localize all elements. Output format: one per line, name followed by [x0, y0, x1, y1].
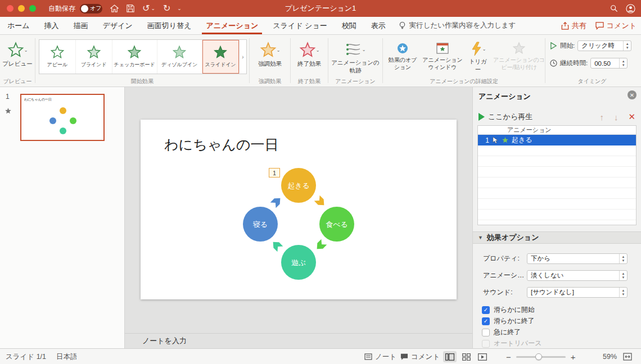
language-indicator[interactable]: 日本語 — [56, 352, 78, 362]
tab-insert[interactable]: 挿入 — [37, 17, 66, 34]
fit-to-window-button[interactable] — [623, 349, 632, 364]
start-dropdown[interactable]: クリック時 ▲▼ — [577, 40, 631, 51]
animation-list-empty-row — [478, 178, 636, 188]
tab-draw[interactable]: 描画 — [66, 17, 96, 34]
comment-icon — [595, 22, 604, 30]
undo-icon[interactable]: ↺ — [142, 4, 150, 13]
animation-list-item[interactable]: 1 起きる — [478, 135, 636, 145]
cycle-diagram[interactable]: 起きる 食べる 遊ぶ 寝る — [141, 120, 457, 299]
autosave-toggle[interactable]: オフ — [80, 4, 102, 13]
gallery-item-label: ディゾルブイン — [161, 61, 197, 69]
animation-item-star-icon — [502, 136, 509, 144]
tab-view[interactable]: 表示 — [364, 17, 393, 34]
gallery-item-fly-in[interactable]: スライドイン — [202, 40, 239, 74]
save-icon[interactable] — [127, 4, 134, 12]
exit-button[interactable]: ⌄ 終了効果 — [291, 42, 328, 68]
account-icon[interactable] — [626, 4, 635, 13]
shape-sleep-label: 寝る — [253, 220, 268, 229]
comments-toggle-button[interactable]: コメント — [400, 349, 440, 364]
animation-item-order: 1 — [478, 136, 493, 144]
gallery-item-blinds[interactable]: ブラインド — [76, 40, 112, 74]
motion-paths-button[interactable]: ⌄ アニメーションの軌跡 — [328, 42, 382, 75]
animation-list-empty-row — [478, 210, 636, 220]
zoom-out-icon[interactable]: − — [506, 352, 511, 362]
sound-value: [サウンドなし] — [527, 288, 619, 297]
thumbnail-title: わにちゃんの一日 — [24, 97, 52, 102]
auto-reverse-checkbox: オートリバース — [482, 339, 541, 348]
tab-slideshow[interactable]: スライド ショー — [265, 17, 334, 34]
gallery-scroll-right-icon[interactable]: › — [239, 40, 246, 74]
gallery-item-checkerboard[interactable]: チェッカーボード — [112, 40, 157, 74]
move-later-icon[interactable]: ↓ — [614, 112, 619, 122]
search-icon[interactable] — [610, 4, 618, 12]
cursor-icon — [493, 136, 499, 144]
exit-button-label: 終了効果 — [297, 60, 321, 68]
zoom-traffic-light[interactable] — [29, 5, 36, 12]
slide-counter: スライド 1/1 — [6, 352, 46, 362]
normal-view-button[interactable] — [443, 351, 457, 362]
preview-button[interactable]: ⌄ プレビュー — [0, 42, 35, 68]
sound-dropdown[interactable]: [サウンドなし] ▲▼ — [527, 287, 628, 298]
slideshow-view-button[interactable] — [476, 351, 489, 362]
tab-review[interactable]: 校閲 — [335, 17, 364, 34]
close-pane-icon[interactable]: ✕ — [628, 90, 637, 99]
tell-me-search[interactable]: 実行したい作業内容を入力します — [399, 17, 516, 34]
trigger-chevron-icon: ⌄ — [482, 47, 486, 52]
share-button[interactable]: 共有 — [561, 21, 586, 31]
undo-chevron-icon[interactable]: ⌄ — [151, 6, 155, 11]
tab-home[interactable]: ホーム — [0, 17, 37, 34]
group-label-animation: アニメーション — [328, 78, 382, 85]
effect-options-section-header[interactable]: ▼ 効果オプション — [473, 231, 641, 244]
remove-animation-icon[interactable]: ✕ — [628, 112, 635, 122]
animation-pane-label: アニメーション ウィンドウ — [422, 57, 463, 71]
blinds-star-icon — [87, 45, 101, 60]
duration-clock-icon — [550, 60, 557, 67]
animation-order-badge[interactable]: 1 — [269, 168, 280, 178]
notes-toggle-label: ノート — [375, 352, 396, 362]
redo-icon[interactable]: ↻ — [163, 4, 170, 13]
zoom-percentage[interactable]: 59% — [603, 353, 617, 361]
bounce-end-checkbox[interactable]: 急に終了 — [482, 327, 521, 337]
emphasis-button[interactable]: ⌄ 強調効果 — [250, 42, 290, 68]
animation-painter-label: アニメーションのコピー/貼り付け — [493, 57, 545, 71]
after-animation-dropdown[interactable]: 淡くしない ▲▼ — [527, 270, 628, 281]
toolbar-customize-chevron-icon[interactable]: ⌄ — [177, 6, 182, 11]
property-dropdown[interactable]: 下から ▲▼ — [527, 253, 628, 264]
notes-area[interactable]: ノートを入力 — [125, 333, 472, 348]
gallery-item-dissolve-in[interactable]: ディゾルブイン — [157, 40, 202, 74]
zoom-in-icon[interactable]: + — [571, 352, 576, 362]
stepper-arrows-icon: ▲▼ — [619, 58, 627, 68]
play-from-button[interactable]: ここから再生 — [479, 112, 532, 122]
checkbox-checked-icon: ✓ — [482, 317, 490, 325]
slide-canvas[interactable]: わにちゃんの一日 起きる 食べる 遊ぶ 寝る 1 — [141, 120, 457, 299]
slide-animation-indicator[interactable] — [4, 107, 12, 116]
gallery-item-appear[interactable]: アピール — [39, 40, 76, 74]
comments-button[interactable]: コメント — [595, 21, 637, 31]
zoom-slider-thumb[interactable] — [535, 353, 542, 360]
minimize-traffic-light[interactable] — [18, 5, 25, 12]
fit-window-icon — [623, 353, 632, 361]
dropdown-stepper-icon: ▲▼ — [619, 288, 627, 297]
smooth-end-checkbox[interactable]: ✓ 滑らかに終了 — [482, 316, 535, 326]
zoom-slider[interactable] — [516, 356, 566, 358]
thumbnail-circle-wake — [60, 107, 66, 114]
sound-label: サウンド: — [483, 288, 527, 297]
smooth-start-checkbox[interactable]: ✓ 滑らかに開始 — [482, 305, 535, 315]
gallery-item-label: ブラインド — [81, 61, 107, 69]
notes-toggle-button[interactable]: ノート — [364, 349, 396, 364]
group-label-advanced: アニメーションの詳細設定 — [383, 78, 545, 85]
slide-thumbnail[interactable]: わにちゃんの一日 — [20, 94, 105, 141]
move-earlier-icon[interactable]: ↑ — [599, 112, 604, 122]
tab-animations[interactable]: アニメーション — [198, 17, 265, 34]
arrow-eat-to-play — [314, 239, 327, 252]
tab-transitions[interactable]: 画面切り替え — [140, 17, 199, 34]
slide-sorter-icon — [462, 353, 471, 361]
duration-stepper[interactable]: 00.50 ▲▼ — [590, 58, 628, 69]
motion-path-icon — [345, 42, 362, 57]
group-label-timing: タイミング — [545, 78, 639, 85]
home-icon[interactable] — [110, 4, 119, 12]
close-traffic-light[interactable] — [7, 5, 13, 12]
tab-design[interactable]: デザイン — [96, 17, 140, 34]
slide-sorter-view-button[interactable] — [459, 351, 473, 362]
animation-star-icon — [4, 107, 12, 115]
